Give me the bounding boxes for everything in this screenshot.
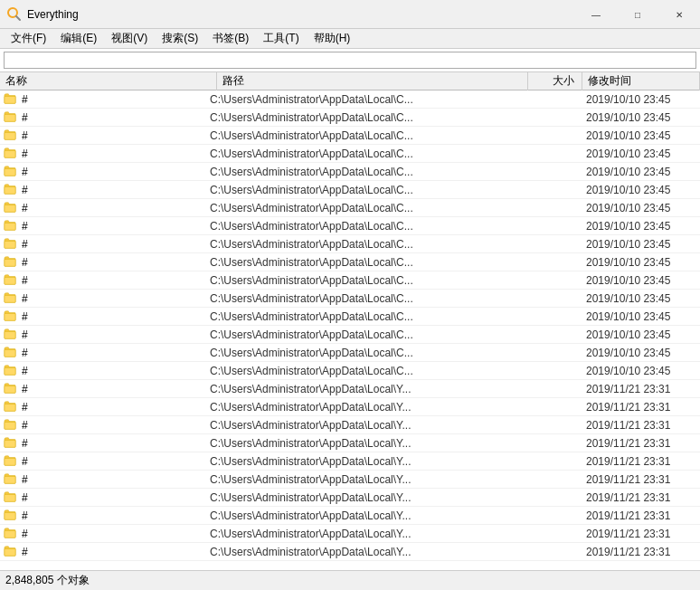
svg-rect-21 (5, 440, 15, 447)
cell-path: C:\Users\Administrator\AppData\Local\Y..… (206, 401, 528, 414)
cell-modified: 2019/11/21 23:31 (582, 546, 700, 558)
table-row[interactable]: # C:\Users\Administrator\AppData\Local\C… (0, 235, 700, 253)
cell-name: # (22, 148, 206, 160)
svg-rect-20 (5, 422, 15, 429)
table-row[interactable]: # C:\Users\Administrator\AppData\Local\Y… (0, 489, 700, 507)
svg-rect-17 (5, 367, 15, 375)
table-row[interactable]: # C:\Users\Administrator\AppData\Local\C… (0, 145, 700, 163)
table-row[interactable]: # C:\Users\Administrator\AppData\Local\C… (0, 199, 700, 217)
table-row[interactable]: # C:\Users\Administrator\AppData\Local\C… (0, 181, 700, 199)
cell-path: C:\Users\Administrator\AppData\Local\Y..… (206, 419, 528, 432)
cell-modified: 2019/10/10 23:45 (582, 292, 700, 305)
folder-icon (4, 273, 20, 288)
table-row[interactable]: # C:\Users\Administrator\AppData\Local\C… (0, 90, 700, 109)
folder-icon (4, 545, 20, 559)
cell-path: C:\Users\Administrator\AppData\Local\C..… (206, 129, 528, 142)
table-row[interactable]: # C:\Users\Administrator\AppData\Local\Y… (0, 525, 700, 543)
svg-rect-10 (5, 241, 15, 248)
menu-item-v[interactable]: 视图(V) (104, 29, 155, 48)
menu-bar: 文件(F)编辑(E)视图(V)搜索(S)书签(B)工具(T)帮助(H) (0, 29, 700, 49)
table-row[interactable]: # C:\Users\Administrator\AppData\Local\C… (0, 217, 700, 235)
table-row[interactable]: # C:\Users\Administrator\AppData\Local\Y… (0, 416, 700, 434)
svg-rect-3 (5, 114, 15, 121)
cell-name: # (22, 202, 206, 214)
menu-item-b[interactable]: 书签(B) (205, 29, 256, 48)
cell-modified: 2019/11/21 23:31 (582, 437, 700, 450)
close-button[interactable]: ✕ (658, 0, 700, 29)
table-row[interactable]: # C:\Users\Administrator\AppData\Local\Y… (0, 452, 700, 471)
col-header-name[interactable]: 名称 (0, 72, 217, 90)
cell-modified: 2019/10/10 23:45 (582, 129, 700, 142)
cell-modified: 2019/10/10 23:45 (582, 238, 700, 251)
table-row[interactable]: # C:\Users\Administrator\AppData\Local\C… (0, 271, 700, 290)
table-row[interactable]: # C:\Users\Administrator\AppData\Local\C… (0, 127, 700, 145)
cell-path: C:\Users\Administrator\AppData\Local\Y..… (206, 528, 528, 540)
folder-icon (4, 165, 20, 179)
svg-rect-18 (5, 385, 15, 393)
column-headers: 名称 路径 大小 修改时间 (0, 72, 700, 90)
maximize-button[interactable]: □ (617, 0, 658, 29)
menu-item-s[interactable]: 搜索(S) (155, 29, 205, 48)
table-row[interactable]: # C:\Users\Administrator\AppData\Local\C… (0, 163, 700, 181)
table-row[interactable]: # C:\Users\Administrator\AppData\Local\Y… (0, 434, 700, 452)
svg-rect-5 (5, 150, 15, 157)
folder-icon (4, 382, 20, 396)
folder-icon (4, 219, 20, 233)
table-row[interactable]: # C:\Users\Administrator\AppData\Local\Y… (0, 398, 700, 416)
table-row[interactable]: # C:\Users\Administrator\AppData\Local\Y… (0, 471, 700, 489)
table-row[interactable]: # C:\Users\Administrator\AppData\Local\C… (0, 308, 700, 326)
table-row[interactable]: # C:\Users\Administrator\AppData\Local\Y… (0, 507, 700, 525)
folder-icon (4, 291, 20, 306)
folder-icon (4, 309, 20, 324)
menu-item-f[interactable]: 文件(F) (4, 29, 53, 48)
folder-icon (4, 201, 20, 215)
cell-modified: 2019/10/10 23:45 (582, 328, 700, 341)
svg-rect-9 (5, 223, 15, 230)
cell-name: # (22, 509, 206, 522)
svg-rect-11 (5, 259, 15, 266)
menu-item-h[interactable]: 帮助(H) (307, 29, 358, 48)
cell-name: # (22, 473, 206, 486)
cell-modified: 2019/10/10 23:45 (582, 220, 700, 233)
table-row[interactable]: # C:\Users\Administrator\AppData\Local\C… (0, 290, 700, 308)
cell-name: # (22, 437, 206, 450)
menu-item-t[interactable]: 工具(T) (256, 29, 306, 48)
cell-path: C:\Users\Administrator\AppData\Local\C..… (206, 184, 528, 196)
cell-path: C:\Users\Administrator\AppData\Local\Y..… (206, 437, 528, 450)
table-row[interactable]: # C:\Users\Administrator\AppData\Local\Y… (0, 380, 700, 398)
table-row[interactable]: # C:\Users\Administrator\AppData\Local\C… (0, 326, 700, 344)
svg-rect-26 (5, 530, 15, 538)
search-bar (0, 49, 700, 72)
minimize-button[interactable]: — (575, 0, 617, 29)
folder-icon (4, 92, 20, 107)
search-input[interactable] (4, 52, 696, 69)
folder-icon (4, 454, 20, 469)
cell-modified: 2019/11/21 23:31 (582, 401, 700, 414)
folder-icon (4, 183, 20, 197)
table-row[interactable]: # C:\Users\Administrator\AppData\Local\C… (0, 253, 700, 271)
cell-name: # (22, 292, 206, 305)
svg-rect-4 (5, 132, 15, 139)
cell-modified: 2019/11/21 23:31 (582, 473, 700, 486)
folder-icon (4, 527, 20, 541)
svg-rect-14 (5, 313, 15, 320)
svg-rect-7 (5, 186, 15, 194)
table-row[interactable]: # C:\Users\Administrator\AppData\Local\C… (0, 109, 700, 127)
cell-name: # (22, 220, 206, 233)
main-content: 名称 路径 大小 修改时间 # C:\Users\Administrator\A… (0, 72, 700, 570)
col-header-path[interactable]: 路径 (217, 72, 528, 90)
table-row[interactable]: # C:\Users\Administrator\AppData\Local\C… (0, 344, 700, 362)
table-row[interactable]: # C:\Users\Administrator\AppData\Local\C… (0, 362, 700, 380)
folder-icon (4, 110, 20, 125)
status-text: 2,848,805 个对象 (5, 573, 90, 588)
cell-modified: 2019/10/10 23:45 (582, 274, 700, 287)
file-list[interactable]: # C:\Users\Administrator\AppData\Local\C… (0, 90, 700, 570)
cell-path: C:\Users\Administrator\AppData\Local\C..… (206, 148, 528, 160)
col-header-size[interactable]: 大小 (528, 72, 582, 90)
folder-icon (4, 255, 20, 270)
app-icon (7, 7, 22, 22)
svg-line-1 (16, 16, 20, 20)
col-header-modified[interactable]: 修改时间 (582, 72, 700, 90)
table-row[interactable]: # C:\Users\Administrator\AppData\Local\Y… (0, 543, 700, 561)
menu-item-e[interactable]: 编辑(E) (53, 29, 104, 48)
